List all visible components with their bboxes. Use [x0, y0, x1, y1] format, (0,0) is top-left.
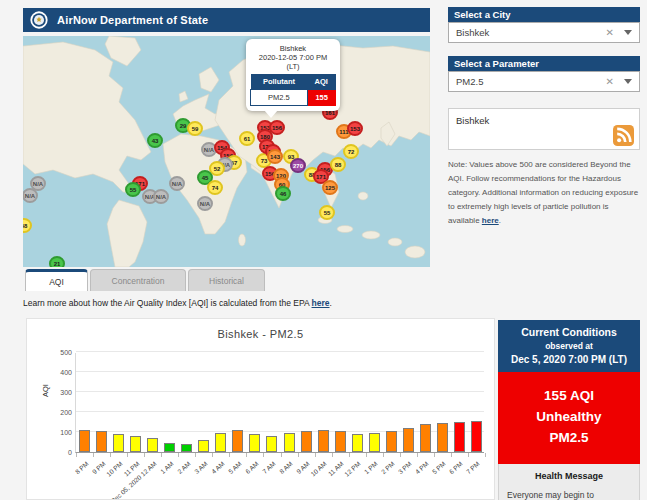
- chart-x-tick-mark: [417, 453, 418, 457]
- chart-x-tick-mark: [298, 453, 299, 457]
- parameter-dropdown[interactable]: PM2.5 ✕: [448, 71, 640, 92]
- aqi-marker[interactable]: 74: [207, 180, 223, 195]
- chart-y-tick-label: 400: [44, 369, 72, 376]
- aqi-marker[interactable]: 61: [239, 131, 255, 146]
- popup-pollutant-header: Pollutant: [251, 74, 308, 90]
- chart-x-tick-mark: [451, 453, 452, 457]
- select-parameter-header: Select a Parameter: [448, 56, 640, 71]
- current-conditions-title: Current Conditions: [502, 326, 636, 338]
- aqi-summary-block: 155 AQI Unhealthy PM2.5: [498, 372, 640, 464]
- aqi-marker[interactable]: N/A: [169, 176, 185, 191]
- chart-y-tick-label: 200: [44, 409, 72, 416]
- rss-city-label: Bishkek: [456, 115, 632, 126]
- popup-city: Bishkek: [250, 44, 336, 53]
- chart-x-tick-mark: [127, 453, 128, 457]
- learn-more-suffix: .: [330, 298, 332, 308]
- parameter-clear-icon[interactable]: ✕: [606, 76, 614, 87]
- chart-x-tick-mark: [281, 453, 282, 457]
- chart-bar: [164, 443, 175, 452]
- chart-bar: [352, 434, 363, 452]
- health-message-title: Health Message: [507, 471, 631, 481]
- chart-bar: [318, 430, 329, 452]
- aqi-marker[interactable]: 153: [347, 121, 363, 136]
- tab-historical[interactable]: Historical: [188, 269, 265, 291]
- aqi-marker[interactable]: 88: [330, 157, 346, 172]
- aqi-marker[interactable]: 55: [319, 205, 335, 220]
- app-header: AirNow Department of State: [23, 8, 430, 32]
- rss-icon[interactable]: [613, 125, 634, 146]
- chart-bar: [301, 431, 312, 452]
- chart-bar: [403, 428, 414, 452]
- aqi-marker[interactable]: 143: [267, 149, 283, 164]
- chart-bar: [284, 433, 295, 452]
- chart-x-tick-mark: [366, 453, 367, 457]
- chart-y-tick-label: 100: [44, 429, 72, 436]
- chart-bar: [335, 431, 346, 452]
- parameter-chevron-down-icon[interactable]: [624, 79, 632, 84]
- chart-x-tick-mark: [110, 453, 111, 457]
- chart-x-tick-mark: [383, 453, 384, 457]
- chart-bar: [266, 436, 277, 452]
- aqi-marker[interactable]: 125: [322, 180, 338, 195]
- note-suffix: .: [499, 216, 501, 225]
- chart-plot-area: 01002003004005008 PM9 PM10 PM11 PMDec 05…: [75, 353, 484, 453]
- chart-bar: [147, 438, 158, 452]
- city-dropdown[interactable]: Bishkek ✕: [448, 22, 640, 43]
- aqi-marker[interactable]: 59: [187, 121, 203, 136]
- chart-x-tick-mark: [434, 453, 435, 457]
- chart-x-tick-mark: [315, 453, 316, 457]
- chart-y-tick-label: 500: [44, 349, 72, 356]
- chart-y-tick-label: 300: [44, 389, 72, 396]
- chart-bar: [113, 434, 124, 452]
- chart-bar: [437, 423, 448, 452]
- aqi-marker[interactable]: 72: [343, 144, 359, 159]
- aqi-marker[interactable]: N/A: [153, 189, 169, 204]
- observed-datetime: Dec 5, 2020 7:00 PM (LT): [502, 354, 636, 365]
- current-conditions-header: Current Conditions observed at Dec 5, 20…: [498, 320, 640, 372]
- tab-aqi[interactable]: AQI: [25, 269, 88, 291]
- health-message-text: Everyone may begin to experience health …: [507, 487, 631, 500]
- note-link[interactable]: here: [482, 216, 499, 225]
- app-title: AirNow Department of State: [57, 14, 208, 26]
- chart-gridline: [76, 411, 484, 412]
- chart-bar: [79, 430, 90, 452]
- select-city-header: Select a City: [448, 7, 640, 22]
- learn-more-body: Learn more about how the Air Quality Ind…: [23, 298, 312, 308]
- city-clear-icon[interactable]: ✕: [606, 27, 614, 38]
- aqi-marker[interactable]: 55: [125, 182, 141, 197]
- aqi-marker[interactable]: N/A: [197, 196, 213, 211]
- learn-more-link[interactable]: here: [312, 298, 330, 308]
- world-map[interactable]: 432959N/AN/A582117155N/AN/AN/AN/A1541565…: [23, 36, 430, 267]
- aqi-marker[interactable]: 43: [147, 133, 163, 148]
- chart-gridline: [76, 351, 484, 352]
- chart-bar: [130, 436, 141, 452]
- aqi-popup: Bishkek 2020-12-05 7:00 PM (LT) Pollutan…: [246, 39, 340, 111]
- state-department-seal-icon: [30, 11, 48, 29]
- popup-pollutant-value: PM2.5: [251, 90, 308, 106]
- health-message-block: Health Message Everyone may begin to exp…: [498, 464, 640, 500]
- chart-y-tick-label: 0: [44, 449, 72, 456]
- chart-x-tick-mark: [93, 453, 94, 457]
- aqi-marker[interactable]: 46: [275, 186, 291, 201]
- chart-x-tick-mark: [485, 453, 486, 457]
- chart-x-tick-mark: [263, 453, 264, 457]
- chart-bar: [215, 433, 226, 452]
- chart-x-tick-mark: [468, 453, 469, 457]
- popup-datetime: 2020-12-05 7:00 PM: [250, 53, 336, 62]
- aqi-marker[interactable]: 21: [49, 256, 65, 267]
- chart-x-tick-mark: [349, 453, 350, 457]
- parameter-dropdown-value: PM2.5: [456, 76, 606, 87]
- chart-title: Bishkek - PM2.5: [27, 328, 494, 340]
- chart-gridline: [76, 371, 484, 372]
- popup-table: Pollutant AQI PM2.5 155: [250, 74, 336, 106]
- rss-feed-box: Bishkek: [448, 108, 640, 150]
- chart-x-tick-mark: [178, 453, 179, 457]
- city-chevron-down-icon[interactable]: [624, 30, 632, 35]
- view-tabs: AQI Concentration Historical: [25, 269, 265, 291]
- chart-x-tick-mark: [144, 453, 145, 457]
- aqi-pollutant: PM2.5: [502, 428, 636, 449]
- chart-bar: [181, 444, 192, 452]
- tab-concentration[interactable]: Concentration: [90, 269, 186, 291]
- popup-aqi-value: 155: [307, 90, 335, 106]
- learn-more-text: Learn more about how the Air Quality Ind…: [23, 298, 332, 308]
